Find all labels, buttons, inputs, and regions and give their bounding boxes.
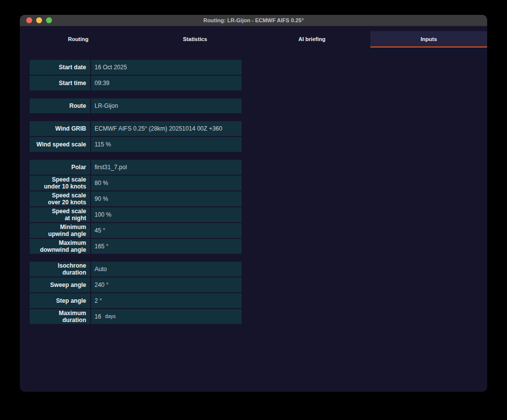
section-route: Route LR-Gijon — [30, 98, 242, 113]
isochrone-duration-value[interactable]: Auto — [91, 262, 242, 277]
speed-scale-over-20-value[interactable]: 90 % — [91, 191, 242, 206]
step-angle-label: Step angle — [30, 293, 90, 308]
minimize-button[interactable] — [36, 17, 42, 23]
row-start-time: Start time 09:39 — [30, 76, 242, 91]
titlebar: Routing: LR-Gijon - ECMWF AIFS 0.25° — [20, 15, 487, 26]
wind-grib-label: Wind GRIB — [30, 121, 90, 136]
app-window: Routing: LR-Gijon - ECMWF AIFS 0.25° Rou… — [20, 15, 487, 392]
sweep-angle-value[interactable]: 240 ° — [91, 278, 242, 292]
tab-routing[interactable]: Routing — [20, 31, 137, 47]
speed-scale-night-label: Speed scale at night — [30, 207, 90, 222]
row-start-date: Start date 16 Oct 2025 — [30, 60, 242, 75]
start-time-label: Start time — [30, 76, 90, 91]
step-angle-value[interactable]: 2 ° — [91, 293, 242, 308]
maximum-duration-number: 16 — [95, 313, 101, 320]
row-speed-scale-over-20: Speed scale over 20 knots 90 % — [30, 191, 242, 206]
speed-scale-under-10-value[interactable]: 80 % — [91, 176, 242, 190]
row-sweep-angle: Sweep angle 240 ° — [30, 278, 242, 292]
row-wind-grib: Wind GRIB ECMWF AIFS 0.25° (28km) 202510… — [30, 121, 242, 136]
row-speed-scale-under-10: Speed scale under 10 knots 80 % — [30, 176, 242, 190]
section-start: Start date 16 Oct 2025 Start time 09:39 — [30, 60, 242, 91]
start-date-label: Start date — [30, 60, 90, 75]
start-date-value[interactable]: 16 Oct 2025 — [91, 60, 242, 75]
max-downwind-angle-value[interactable]: 165 ° — [91, 239, 242, 254]
row-speed-scale-night: Speed scale at night 100 % — [30, 207, 242, 222]
wind-speed-scale-value[interactable]: 115 % — [91, 137, 242, 152]
speed-scale-over-20-label: Speed scale over 20 knots — [30, 191, 90, 206]
window-title: Routing: LR-Gijon - ECMWF AIFS 0.25° — [203, 17, 304, 23]
tab-inputs[interactable]: Inputs — [370, 31, 487, 47]
isochrone-duration-label: Isochrone duration — [30, 262, 90, 277]
max-downwind-angle-label: Maximum downwind angle — [30, 239, 90, 254]
wind-speed-scale-label: Wind speed scale — [30, 137, 90, 152]
row-wind-speed-scale: Wind speed scale 115 % — [30, 137, 242, 152]
zoom-button[interactable] — [46, 17, 52, 23]
section-isochrone: Isochrone duration Auto Sweep angle 240 … — [30, 262, 242, 324]
traffic-lights — [26, 17, 52, 23]
tab-bar: Routing Statistics AI briefing Inputs — [20, 31, 487, 47]
row-max-downwind-angle: Maximum downwind angle 165 ° — [30, 239, 242, 254]
speed-scale-under-10-label: Speed scale under 10 knots — [30, 176, 90, 190]
tab-statistics[interactable]: Statistics — [137, 31, 254, 47]
row-min-upwind-angle: Minimum upwind angle 45 ° — [30, 223, 242, 238]
polar-label: Polar — [30, 160, 90, 175]
maximum-duration-unit: days — [105, 313, 115, 320]
route-label: Route — [30, 98, 90, 113]
row-step-angle: Step angle 2 ° — [30, 293, 242, 308]
row-polar: Polar first31_7.pol — [30, 160, 242, 175]
start-time-value[interactable]: 09:39 — [91, 76, 242, 91]
section-wind: Wind GRIB ECMWF AIFS 0.25° (28km) 202510… — [30, 121, 242, 152]
section-polar: Polar first31_7.pol Speed scale under 10… — [30, 160, 242, 254]
min-upwind-angle-value[interactable]: 45 ° — [91, 223, 242, 238]
speed-scale-night-value[interactable]: 100 % — [91, 207, 242, 222]
row-route: Route LR-Gijon — [30, 98, 242, 113]
row-isochrone-duration: Isochrone duration Auto — [30, 262, 242, 277]
inputs-form: Start date 16 Oct 2025 Start time 09:39 … — [30, 60, 242, 332]
wind-grib-value[interactable]: ECMWF AIFS 0.25° (28km) 20251014 00Z +36… — [91, 121, 242, 136]
min-upwind-angle-label: Minimum upwind angle — [30, 223, 90, 238]
maximum-duration-value[interactable]: 16 days — [91, 309, 242, 324]
route-value[interactable]: LR-Gijon — [91, 98, 242, 113]
maximum-duration-label: Maximum duration — [30, 309, 90, 324]
row-maximum-duration: Maximum duration 16 days — [30, 309, 242, 324]
sweep-angle-label: Sweep angle — [30, 278, 90, 292]
close-button[interactable] — [26, 17, 32, 23]
tab-ai-briefing[interactable]: AI briefing — [254, 31, 370, 47]
polar-value[interactable]: first31_7.pol — [91, 160, 242, 175]
